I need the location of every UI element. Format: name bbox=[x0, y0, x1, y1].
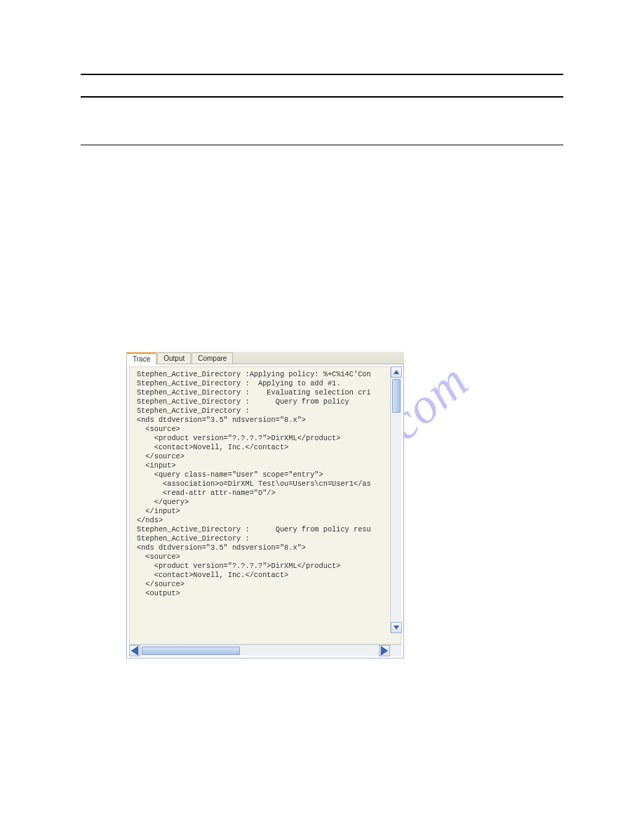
trace-line: <source> bbox=[131, 425, 401, 434]
scroll-right-button[interactable] bbox=[379, 645, 390, 656]
trace-line: Stephen_Active_Directory : Query from po… bbox=[131, 525, 401, 534]
chevron-right-icon bbox=[380, 646, 389, 656]
screenshot-trace-window: Trace Output Compare Stephen_Active_Dire… bbox=[126, 352, 404, 658]
svg-marker-2 bbox=[131, 646, 139, 656]
scroll-left-button[interactable] bbox=[129, 645, 140, 656]
horizontal-scrollbar[interactable] bbox=[129, 644, 401, 656]
trace-line: <input> bbox=[131, 461, 401, 470]
trace-line: Stephen_Active_Directory : bbox=[131, 406, 401, 416]
svg-marker-0 bbox=[394, 370, 399, 374]
trace-line: Stephen_Active_Directory : Applying to a… bbox=[131, 379, 401, 388]
pane-outer: Stephen_Active_Directory :Applying polic… bbox=[126, 364, 404, 658]
trace-line: <association>o=DirXML Test\ou=Users\cn=U… bbox=[131, 479, 401, 489]
vertical-scrollbar[interactable] bbox=[390, 366, 401, 633]
trace-line: </nds> bbox=[131, 516, 401, 525]
trace-line: <product version="?.?.?.?">DirXML</produ… bbox=[131, 562, 401, 571]
tab-output[interactable]: Output bbox=[157, 352, 191, 364]
trace-line: </input> bbox=[131, 507, 401, 516]
tab-compare[interactable]: Compare bbox=[192, 352, 233, 364]
trace-code-area[interactable]: Stephen_Active_Directory :Applying polic… bbox=[129, 366, 401, 644]
svg-marker-3 bbox=[381, 646, 389, 656]
trace-line: <contact>Novell, Inc.</contact> bbox=[131, 571, 401, 580]
divider-1 bbox=[81, 74, 563, 75]
trace-line: </source> bbox=[131, 452, 401, 461]
trace-line: <product version="?.?.?.?">DirXML</produ… bbox=[131, 434, 401, 443]
trace-line: Stephen_Active_Directory : bbox=[131, 534, 401, 543]
trace-line: <nds dtdversion="3.5" ndsversion="8.x"> bbox=[131, 416, 401, 425]
trace-line: Stephen_Active_Directory :Applying polic… bbox=[131, 370, 401, 379]
trace-line: <nds dtdversion="3.5" ndsversion="8.x"> bbox=[131, 543, 401, 552]
scroll-corner bbox=[390, 645, 401, 656]
chevron-down-icon bbox=[394, 625, 399, 630]
svg-marker-1 bbox=[394, 626, 399, 630]
divider-3 bbox=[81, 145, 563, 145]
trace-line: <contact>Novell, Inc.</contact> bbox=[131, 443, 401, 452]
trace-line: Stephen_Active_Directory : Evaluating se… bbox=[131, 388, 401, 397]
tab-trace[interactable]: Trace bbox=[126, 352, 156, 364]
trace-line: </query> bbox=[131, 498, 401, 507]
chevron-left-icon bbox=[130, 646, 140, 656]
vertical-scroll-thumb[interactable] bbox=[392, 379, 401, 413]
trace-line: <query class-name="User" scope="entry"> bbox=[131, 470, 401, 479]
trace-line: <source> bbox=[131, 552, 401, 562]
horizontal-scroll-thumb[interactable] bbox=[142, 647, 240, 655]
trace-line: <output> bbox=[131, 589, 401, 598]
trace-line: Stephen_Active_Directory : Query from po… bbox=[131, 397, 401, 406]
chevron-up-icon bbox=[394, 369, 399, 375]
scroll-up-button[interactable] bbox=[391, 366, 402, 378]
trace-line: <read-attr attr-name="O"/> bbox=[131, 489, 401, 498]
divider-2 bbox=[81, 96, 563, 98]
tab-strip: Trace Output Compare bbox=[126, 352, 404, 364]
scroll-down-button[interactable] bbox=[391, 622, 402, 633]
trace-line: </source> bbox=[131, 580, 401, 589]
